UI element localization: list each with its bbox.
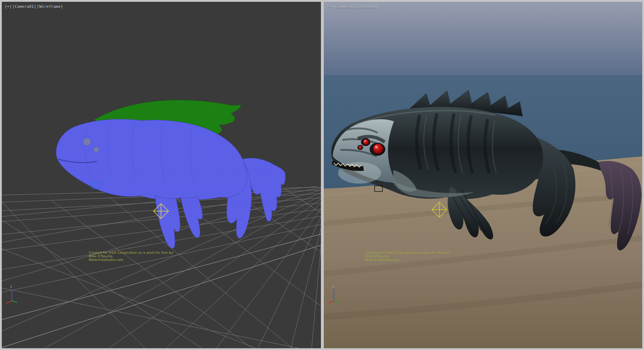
viewport-menu-pov[interactable]: [Camera01] <box>13 4 36 9</box>
wireframe-canvas <box>2 2 321 348</box>
fish-eye <box>83 138 91 146</box>
fish-eye-second <box>363 139 369 145</box>
viewport-menu-shading[interactable]: [Wireframe] <box>37 4 63 9</box>
viewport-menu-shading[interactable]: [Shaded] <box>359 4 378 9</box>
sky <box>324 2 642 75</box>
viewport-menu-pov[interactable]: [Camera01] <box>335 4 358 9</box>
viewport-menu-general[interactable]: [+] <box>5 4 12 9</box>
watermark-line: Mike O'Rourke <box>365 254 450 258</box>
watermark-line: Mike O'Rourke <box>89 254 174 258</box>
watermark: Created for Intel Corporation as a work … <box>365 251 450 262</box>
fish-eye-small <box>93 147 99 152</box>
viewport-right-shaded[interactable]: [+] [Camera01] [Shaded] Created for Inte… <box>324 2 642 348</box>
axis-z-label: z <box>332 285 334 288</box>
viewport-left-wireframe[interactable]: [+] [Camera01] [Wireframe] Created for I… <box>2 2 321 348</box>
viewport-label: [+] [Camera01] [Shaded] <box>327 4 378 9</box>
fish-eye-third <box>358 146 362 150</box>
viewport-menu-general[interactable]: [+] <box>327 4 334 9</box>
world-axis-icon: z <box>5 284 21 304</box>
dual-viewport-workspace: [+] [Camera01] [Wireframe] Created for I… <box>0 0 644 350</box>
viewport-divider[interactable] <box>321 0 324 350</box>
watermark-line: Created for Intel Corporation as a work … <box>365 251 450 254</box>
watermark-line: Created for Intel Corporation as a work … <box>89 251 174 254</box>
world-axis-icon: z <box>327 284 343 304</box>
axis-z-label: z <box>10 285 12 288</box>
shaded-canvas <box>324 2 642 348</box>
fish-eye-main <box>373 144 384 154</box>
viewport-label: [+] [Camera01] [Wireframe] <box>5 4 63 9</box>
watermark-line: Www.fritzstudio.com <box>89 258 174 262</box>
watermark-line: Www.fritzstudio.com <box>365 258 450 262</box>
watermark: Created for Intel Corporation as a work … <box>89 251 174 262</box>
